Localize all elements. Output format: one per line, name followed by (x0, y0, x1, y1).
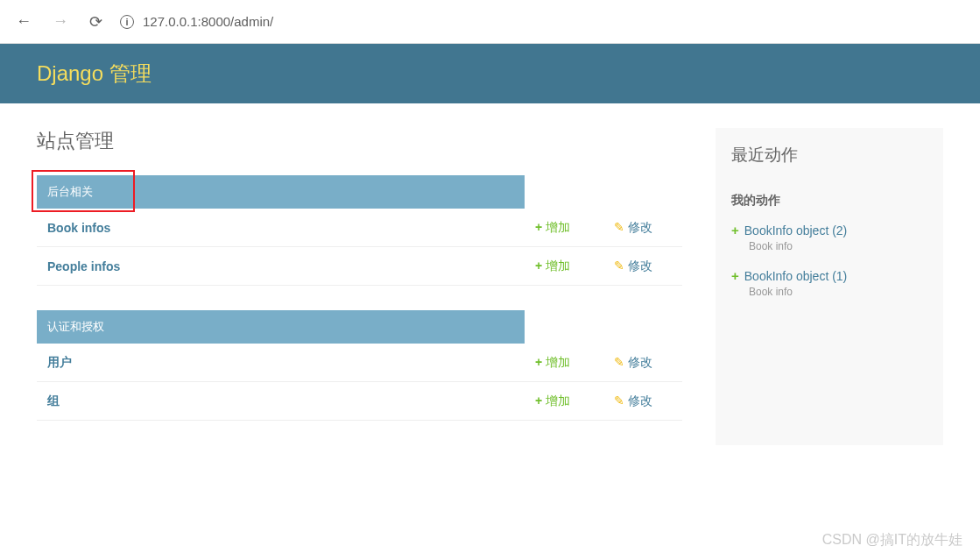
recent-actions-sidebar: 最近动作 我的动作 +BookInfo object (2) Book info… (716, 128, 943, 445)
main-content: 站点管理 后台相关 Book infos +增加 ✎修改 People info… (37, 128, 682, 445)
plus-icon: + (535, 220, 542, 234)
sidebar-title: 最近动作 (731, 144, 927, 167)
pencil-icon: ✎ (614, 220, 624, 234)
back-button[interactable]: ← (12, 9, 35, 34)
add-link-peopleinfos[interactable]: +增加 (535, 259, 570, 273)
model-row: 用户 +增加 ✎修改 (37, 344, 682, 382)
add-link-groups[interactable]: +增加 (535, 393, 570, 408)
model-link-bookinfos[interactable]: Book infos (47, 221, 110, 235)
model-link-peopleinfos[interactable]: People infos (47, 259, 120, 273)
browser-toolbar: ← → ⟳ i 127.0.0.1:8000/admin/ (0, 0, 980, 44)
recent-action-type: Book info (749, 286, 927, 298)
model-row: 组 +增加 ✎修改 (37, 382, 682, 421)
pencil-icon: ✎ (614, 259, 624, 273)
add-link-bookinfos[interactable]: +增加 (535, 220, 570, 234)
plus-icon: + (535, 259, 542, 273)
recent-action-item: +BookInfo object (2) Book info (731, 223, 927, 252)
url-bar[interactable]: i 127.0.0.1:8000/admin/ (120, 14, 273, 29)
model-row: Book infos +增加 ✎修改 (37, 209, 682, 247)
django-header: Django 管理 (0, 44, 980, 103)
info-icon: i (120, 15, 134, 29)
add-link-users[interactable]: +增加 (535, 355, 570, 369)
model-row: People infos +增加 ✎修改 (37, 247, 682, 286)
reload-button[interactable]: ⟳ (86, 9, 106, 35)
model-link-users[interactable]: 用户 (47, 355, 72, 369)
my-actions-label: 我的动作 (731, 193, 927, 209)
change-link-peopleinfos[interactable]: ✎修改 (614, 259, 652, 273)
forward-button[interactable]: → (49, 9, 72, 34)
page-title: 站点管理 (37, 128, 682, 154)
plus-icon: + (535, 355, 542, 369)
pencil-icon: ✎ (614, 393, 624, 408)
recent-action-link[interactable]: BookInfo object (2) (744, 223, 848, 237)
change-link-bookinfos[interactable]: ✎修改 (614, 220, 652, 234)
change-link-users[interactable]: ✎修改 (614, 355, 652, 369)
recent-action-link[interactable]: BookInfo object (1) (744, 269, 848, 283)
app-module-backend: 后台相关 Book infos +增加 ✎修改 People infos +增加… (37, 175, 682, 286)
url-text: 127.0.0.1:8000/admin/ (143, 14, 273, 29)
change-link-groups[interactable]: ✎修改 (614, 393, 652, 408)
recent-action-item: +BookInfo object (1) Book info (731, 268, 927, 298)
pencil-icon: ✎ (614, 355, 624, 369)
plus-icon: + (731, 268, 739, 283)
app-caption[interactable]: 认证和授权 (37, 310, 525, 344)
plus-icon: + (731, 223, 739, 237)
plus-icon: + (535, 393, 542, 408)
model-link-groups[interactable]: 组 (47, 393, 60, 408)
app-module-auth: 认证和授权 用户 +增加 ✎修改 组 +增加 ✎修改 (37, 310, 682, 421)
site-title: Django 管理 (37, 60, 943, 88)
app-caption[interactable]: 后台相关 (37, 175, 525, 209)
recent-action-type: Book info (749, 240, 927, 252)
